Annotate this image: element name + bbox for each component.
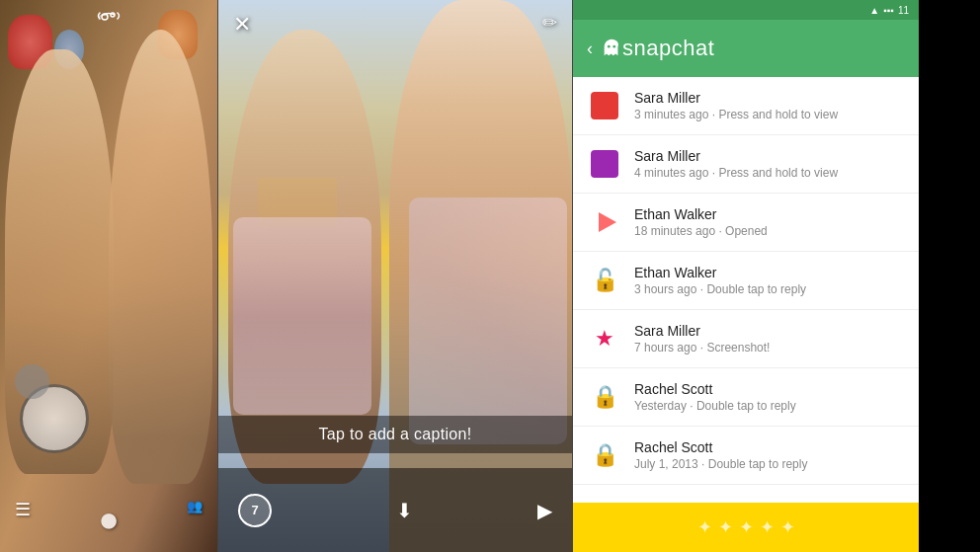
snap-list: Sara Miller 3 minutes ago · Press and ho… (573, 77, 919, 503)
panel-right: ▲ ▪▪▪ 11 ‹ snapchat Sara Miller 3 minute… (573, 0, 919, 552)
snap-time-4: 3 hours ago · Double tap to reply (634, 282, 905, 296)
animal-head (15, 364, 49, 399)
menu-icon[interactable]: ☰ (15, 499, 31, 540)
snap-time-2: 4 minutes ago · Press and hold to view (634, 166, 905, 180)
download-icon[interactable]: ⬇ (396, 499, 413, 522)
snap-info-7: Rachel Scott July 1, 2013 · Double tap t… (634, 439, 905, 471)
snap-time-6: Yesterday · Double tap to reply (634, 399, 905, 413)
sparkle-4: ✦ (760, 516, 775, 538)
snap-info-2: Sara Miller 4 minutes ago · Press and ho… (634, 148, 905, 180)
clothing-detail (233, 217, 371, 415)
capture-button[interactable]: ● (98, 499, 120, 540)
left-bottom-bar: ☰ ● 👥 (0, 499, 217, 540)
snap-icon-1 (587, 88, 622, 123)
sparkle-5: ✦ (780, 516, 795, 538)
sparkle-3: ✦ (739, 516, 754, 538)
clothing-detail-2 (409, 197, 567, 444)
snap-name-5: Sara Miller (634, 323, 905, 339)
snap-name-4: Ethan Walker (634, 265, 905, 280)
snap-info-5: Sara Miller 7 hours ago · Screenshot! (634, 323, 905, 355)
close-button[interactable]: ✕ (233, 12, 251, 38)
red-box-icon (591, 92, 618, 119)
caption-text: Tap to add a caption! (319, 426, 472, 442)
svg-point-3 (612, 45, 615, 48)
star-icon: ★ (595, 326, 614, 352)
purple-box-icon (591, 150, 618, 178)
snap-name-7: Rachel Scott (634, 439, 905, 455)
snap-icon-5: ★ (587, 321, 622, 356)
snap-time-3: 18 minutes ago · Opened (634, 224, 905, 238)
timer-value: 7 (251, 503, 258, 517)
sparkle-row: ✦ ✦ ✦ ✦ ✦ (697, 516, 795, 538)
snap-info-6: Rachel Scott Yesterday · Double tap to r… (634, 381, 905, 413)
snap-icon-4: 🔓 (587, 263, 622, 298)
snap-item-5[interactable]: ★ Sara Miller 7 hours ago · Screenshot! (573, 310, 919, 368)
panel-left: ☰ ● 👥 (0, 0, 217, 552)
svg-point-1 (111, 13, 115, 17)
timer-badge[interactable]: 7 (238, 494, 272, 527)
lock-open-icon: 🔓 (592, 268, 618, 293)
snap-item-6[interactable]: 🔒 Rachel Scott Yesterday · Double tap to… (573, 368, 919, 427)
snap-info-4: Ethan Walker 3 hours ago · Double tap to… (634, 265, 905, 296)
snap-icon-2 (587, 146, 622, 182)
snap-item-7[interactable]: 🔒 Rachel Scott July 1, 2013 · Double tap… (573, 427, 919, 485)
back-arrow[interactable]: ‹ (587, 39, 593, 59)
send-icon[interactable]: ▶ (537, 499, 552, 522)
svg-point-2 (608, 45, 611, 48)
status-bar: ▲ ▪▪▪ 11 (573, 0, 919, 20)
person-left-2 (109, 30, 212, 484)
snap-time-5: 7 hours ago · Screenshot! (634, 341, 905, 355)
snap-item-4[interactable]: 🔓 Ethan Walker 3 hours ago · Double tap … (573, 252, 919, 310)
ghost-icon (601, 38, 622, 59)
edit-button[interactable]: ✏ (542, 12, 557, 34)
snap-icon-3 (587, 204, 622, 240)
lock-icon-6: 🔒 (592, 384, 618, 410)
snap-item-3[interactable]: Ethan Walker 18 minutes ago · Opened (573, 194, 919, 252)
snap-info-3: Ethan Walker 18 minutes ago · Opened (634, 206, 905, 238)
snapchat-header: ‹ snapchat (573, 20, 919, 77)
caption-bar[interactable]: Tap to add a caption! (218, 416, 572, 453)
friends-icon[interactable]: 👥 (187, 499, 203, 540)
yellow-footer: ✦ ✦ ✦ ✦ ✦ (573, 503, 919, 552)
snap-icon-6: 🔒 (587, 379, 622, 415)
battery-icon: 11 (898, 5, 909, 16)
snap-name-6: Rachel Scott (634, 381, 905, 397)
wifi-icon: ▪▪▪ (883, 5, 894, 16)
snap-item-2[interactable]: Sara Miller 4 minutes ago · Press and ho… (573, 135, 919, 194)
snap-icon-7: 🔒 (587, 437, 622, 473)
status-icons: ▲ ▪▪▪ 11 (869, 5, 909, 16)
middle-bottom-bar: 7 ⬇ ▶ (218, 468, 572, 552)
snap-name-3: Ethan Walker (634, 206, 905, 222)
signal-icon: ▲ (869, 5, 879, 16)
panel-middle: ✕ ✏ Tap to add a caption! 7 ⬇ ▶ (217, 0, 573, 552)
snap-name-1: Sara Miller (634, 90, 905, 106)
snap-time-7: July 1, 2013 · Double tap to reply (634, 457, 905, 471)
snap-info-1: Sara Miller 3 minutes ago · Press and ho… (634, 90, 905, 121)
snap-item[interactable]: Sara Miller 3 minutes ago · Press and ho… (573, 77, 919, 135)
snap-name-2: Sara Miller (634, 148, 905, 164)
lock-icon-7: 🔒 (592, 442, 618, 468)
camera-icon[interactable] (97, 12, 121, 37)
arrow-right-icon (599, 212, 616, 232)
sparkle-1: ✦ (697, 516, 712, 538)
app-title: snapchat (622, 36, 714, 61)
sparkle-2: ✦ (718, 516, 733, 538)
snap-time-1: 3 minutes ago · Press and hold to view (634, 108, 905, 121)
